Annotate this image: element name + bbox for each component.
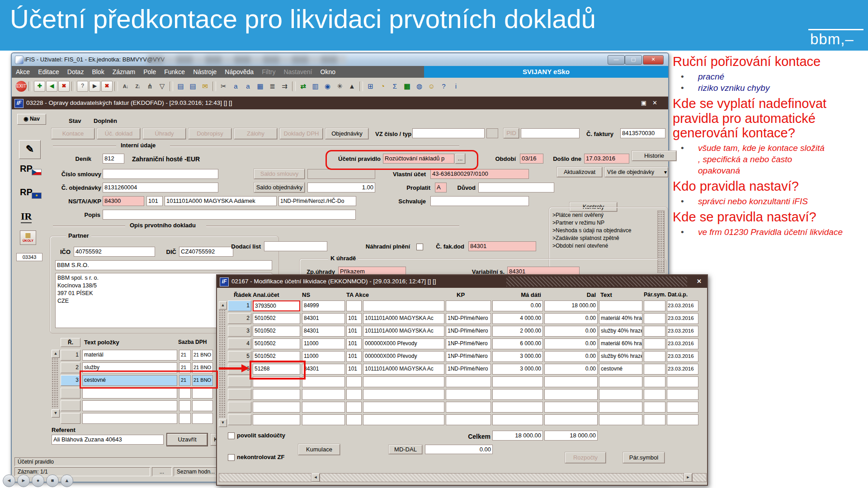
pid-input[interactable] [521,128,580,138]
c-objednavky-input[interactable]: 8131260004 [103,183,218,192]
tab-button[interactable]: Úhrady [143,128,186,139]
hscroll-right[interactable]: ► [684,474,692,482]
toolbar-icon[interactable]: ▦ [255,81,266,92]
minimize-button[interactable]: — [608,55,625,65]
toolbar-icon[interactable]: EXIT [16,81,27,92]
ico-input[interactable]: 40755592 [74,247,155,257]
toolbar-icon[interactable] [71,81,75,91]
table-row[interactable] [217,389,707,402]
menu-item[interactable]: Editace [34,66,63,75]
toolbar-icon[interactable]: ▶ [89,81,100,92]
povolit-saldoucty-checkbox[interactable] [228,432,235,439]
os-circle-icon[interactable]: ► [17,474,30,487]
nekontrolovat-zf-checkbox[interactable] [228,454,235,461]
item-row[interactable] [61,413,214,426]
parsymbol-button[interactable]: Pár.symbol [623,452,665,463]
toolbar-icon[interactable]: Z↓ [132,81,143,92]
toolbar-icon[interactable]: ▲ [346,81,358,92]
close-form-icon[interactable]: ✕ [697,278,702,285]
partner-name-input[interactable]: BBM S.R.O. [55,260,272,270]
proplatit-input[interactable]: A [435,183,447,192]
os-titlebar[interactable]: iFIS - Uživatel: FIS_01 - Ek.jednotka: B… [12,53,668,66]
ir-icon[interactable]: IR [21,211,32,223]
menu-item[interactable]: Dotaz [63,66,88,75]
ukoly-icon[interactable]: ▦ ÚKOLY [20,230,36,245]
toolbar-icon[interactable]: ▤ [175,81,186,92]
toolbar-icon[interactable]: ◉ [322,81,333,92]
cfakdod-input[interactable]: 84301 [468,241,536,251]
menu-item[interactable]: Blok [88,66,108,75]
toolbar-icon[interactable]: ? [438,81,449,92]
schvaluje-input[interactable] [430,196,529,206]
toolbar-icon[interactable]: ? [77,81,88,92]
nav-toggle[interactable]: ◉ Nav [17,114,46,125]
vz-input[interactable] [412,128,485,138]
toolbar-icon[interactable]: ⇄ [297,81,309,92]
menu-item[interactable]: Nastavení [279,66,316,75]
saldo-objednavky-button[interactable]: Saldo objednávky [254,183,305,192]
akce-input[interactable]: 1011101A000 MAGYSKA Adámek [165,196,277,206]
item-row[interactable] [61,388,214,400]
toolbar-icon[interactable]: ✖ [58,81,70,92]
os-circle-icon[interactable]: ◄ [3,474,15,487]
toolbar-icon[interactable]: A↓ [120,81,131,92]
saldo-smlouvy-button[interactable]: Saldo smlouvy [254,169,305,179]
tab-button[interactable]: Dobropisy [189,128,231,139]
items-scroll-up[interactable]: ▲ [52,350,60,358]
ekkonmod-titlebar[interactable]: iF 02167 - Modifikace účetní likvidace (… [217,275,707,288]
toolbar-icon[interactable]: ✂ [218,81,229,92]
obdobi-input[interactable]: 03/16 [520,154,543,164]
toolbar-icon[interactable]: ⊞ [365,81,376,92]
os-circle-icon[interactable]: ● [32,474,44,487]
rp-cz-icon[interactable]: RP [20,164,33,174]
toolbar-icon[interactable] [170,81,173,91]
toolbar-icon[interactable]: i [450,81,462,92]
menu-item[interactable]: Okno [316,66,340,75]
duvod-input[interactable] [478,183,554,192]
toolbar-icon[interactable]: a [230,81,241,92]
toolbar-icon[interactable]: ⇉ [279,81,290,92]
vz-type-input[interactable] [486,128,498,138]
toolbar-icon[interactable] [359,81,363,91]
cislo-smlouvy-input[interactable] [103,169,218,179]
toolbar-icon[interactable] [292,81,296,91]
close-form-icon[interactable]: ✕ [652,99,657,106]
vse-dle-objednavky-select[interactable]: Vše dle objednávky▾ [605,167,668,177]
table-row[interactable]: 3 5010502 84301 101 1011101A000 MAGYSKA … [217,326,707,338]
toolbar-icon[interactable]: ▦ [401,81,413,92]
toolbar-icon[interactable] [28,81,32,91]
hscroll-left[interactable]: ◄ [311,474,320,482]
rp-eu-icon[interactable]: RP✶ [20,187,33,197]
os-circle-icon[interactable]: ■ [46,474,59,487]
historie-button[interactable]: Historie [632,151,676,161]
toolbar-icon[interactable]: ▽ [156,81,168,92]
toolbar-icon[interactable]: ≣ [267,81,278,92]
menu-item[interactable]: Pole [139,66,160,75]
toolbar-icon[interactable]: ✖ [101,81,113,92]
menu-item[interactable]: Funkce [160,66,189,75]
toolbar-icon[interactable]: ◍ [414,81,425,92]
item-row[interactable] [61,400,214,413]
kumulace-button[interactable]: Kumulace [298,444,340,455]
menu-item[interactable]: Akce [12,66,34,75]
item-row[interactable]: 1 materiál 21 21 BNO [61,350,214,362]
cfaktury-input[interactable]: 8413570030 [620,128,665,138]
maximize-button[interactable]: ▢ [625,55,642,65]
toolbar-icon[interactable]: ✚ [34,81,45,92]
tab-button[interactable]: Objednávky [326,128,368,139]
os-circle-icon[interactable]: ▲ [61,474,73,487]
toolbar-icon[interactable]: a [242,81,254,92]
tab-button[interactable]: Kontace [52,128,94,139]
toolbar-icon[interactable]: ▤ [187,81,198,92]
menu-item[interactable]: Nástroje [189,66,221,75]
table-row[interactable]: 4 5010502 11000 101 000000X000 Převody 1… [217,338,707,351]
aktualizovat-button[interactable]: Aktualizovat [557,167,602,177]
toolbar-icon[interactable] [212,81,216,91]
tab-button[interactable]: Zálohy [234,128,277,139]
items-scroll-track[interactable] [52,358,59,408]
table-row[interactable] [217,402,707,414]
hscroll-track[interactable] [320,473,684,482]
toolbar-icon[interactable]: ⋔ [144,81,156,92]
toolbar-icon[interactable]: ☺ [426,81,437,92]
table-row[interactable]: 1 3793500 84999 0.00 18 000.00 23.03.201… [217,300,707,313]
